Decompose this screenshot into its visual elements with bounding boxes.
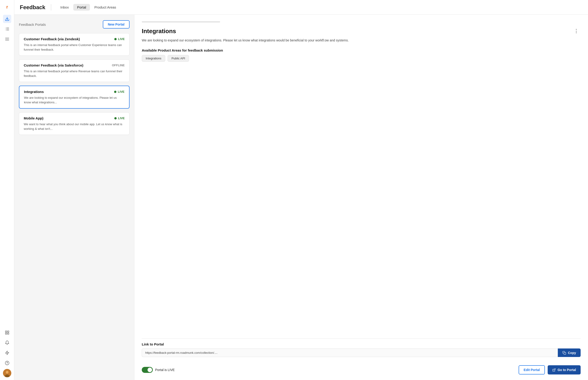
portal-name-zendesk: Customer Feedback (via Zendesk) [24,37,80,41]
status-dot-zendesk [114,38,117,40]
svg-rect-13 [7,331,9,332]
portal-card-mobile-header: Mobile App) LIVE [24,116,125,120]
copy-label: Copy [568,351,576,355]
external-link-icon [552,368,556,372]
svg-rect-15 [7,333,9,334]
page-title: Feedback [20,4,45,11]
portal-desc-salesforce: This is an internal feedback portal wher… [24,69,125,78]
live-toggle[interactable] [142,367,153,373]
portal-name-integrations: Integrations [24,90,44,94]
feedback-portals-label: Feedback Portals [19,22,46,26]
content-area: Feedback Portals New Portal Customer Fee… [14,15,588,380]
nav-item-product-areas[interactable]: Product Areas [91,4,120,11]
left-panel: Feedback Portals New Portal Customer Fee… [14,15,134,380]
svg-rect-12 [5,331,7,332]
product-areas-section-title: Available Product Areas for feedback sub… [142,48,581,52]
portal-desc-mobile: We want to hear what you think about our… [24,122,125,131]
status-dot-mobile [114,117,117,119]
svg-rect-14 [5,333,7,334]
portal-desc-integrations: We are looking to expand our ecosystem o… [24,95,125,104]
portal-card-salesforce-header: Customer Feedback (via Salesforce) OFFLI… [24,63,125,67]
bottom-actions: Edit Portal Go to Portal [519,365,581,375]
app-logo[interactable]: r [3,3,11,11]
go-to-portal-label: Go to Portal [558,368,576,372]
portal-card-integrations-header: Integrations LIVE [24,90,125,94]
detail-description: We are looking to expand our ecosystem o… [142,38,581,43]
link-input[interactable] [142,348,558,357]
link-section: Link to Portal Copy Portal [142,338,581,375]
avatar[interactable] [3,369,11,377]
bell-icon[interactable] [3,339,11,347]
new-portal-button[interactable]: New Portal [103,20,129,29]
edit-portal-button[interactable]: Edit Portal [519,365,545,375]
portal-card-salesforce[interactable]: Customer Feedback (via Salesforce) OFFLI… [19,59,129,82]
copy-icon [562,351,566,355]
bottom-bar: Portal is LIVE Edit Portal Go to Portal [142,361,581,375]
nav-item-inbox[interactable]: Inbox [57,4,73,11]
link-label: Link to Portal [142,342,581,346]
top-header: Feedback Inbox Portal Product Areas [14,0,588,15]
portal-card-zendesk-header: Customer Feedback (via Zendesk) LIVE [24,37,125,41]
live-toggle-row: Portal is LIVE [142,367,175,373]
go-to-portal-button[interactable]: Go to Portal [548,365,581,375]
portal-card-mobile[interactable]: Mobile App) LIVE We want to hear what yo… [19,112,129,135]
right-panel-header: Integrations ⋮ [142,27,581,35]
link-row: Copy [142,348,581,357]
portal-status-integrations: LIVE [114,90,125,94]
download-icon[interactable] [3,15,11,23]
status-label-mobile: LIVE [118,116,125,120]
status-label-salesforce: OFFLINE [112,63,125,67]
portal-status-mobile: LIVE [114,116,125,120]
status-dot-integrations [114,91,116,93]
main-wrapper: Feedback Inbox Portal Product Areas Feed… [14,0,588,380]
product-area-integrations: Integrations [142,55,165,62]
list-icon[interactable] [3,25,11,33]
more-options-button[interactable]: ⋮ [572,27,581,35]
copy-button[interactable]: Copy [558,348,581,357]
menu-icon[interactable] [3,35,11,43]
nav-item-portal[interactable]: Portal [73,4,90,11]
svg-marker-16 [5,351,9,355]
svg-line-23 [554,368,555,370]
product-areas-list: Integrations Public API [142,55,581,62]
live-label: Portal is LIVE [155,368,175,372]
top-bar-decoration [142,21,220,22]
help-icon[interactable] [3,359,11,367]
left-panel-header: Feedback Portals New Portal [19,20,129,29]
status-label-zendesk: LIVE [118,37,125,41]
header-nav: Inbox Portal Product Areas [57,4,120,11]
svg-point-20 [6,371,9,374]
portal-status-salesforce: OFFLINE [112,63,125,67]
portal-card-integrations[interactable]: Integrations LIVE We are looking to expa… [19,86,129,109]
lightning-icon[interactable] [3,349,11,357]
portal-status-zendesk: LIVE [114,37,125,41]
sidebar: r [0,0,14,380]
detail-title: Integrations [142,28,176,35]
svg-text:r: r [6,4,8,9]
product-area-public-api: Public API [168,55,189,62]
right-panel: Integrations ⋮ We are looking to expand … [134,15,588,380]
header-divider [51,4,51,11]
svg-rect-22 [564,352,566,354]
portal-desc-zendesk: This is an internal feedback portal wher… [24,43,125,52]
portal-name-salesforce: Customer Feedback (via Salesforce) [24,63,83,67]
portal-name-mobile: Mobile App) [24,116,43,120]
status-label-integrations: LIVE [118,90,125,94]
person-icon[interactable] [3,328,11,337]
portal-card-zendesk[interactable]: Customer Feedback (via Zendesk) LIVE Thi… [19,33,129,56]
